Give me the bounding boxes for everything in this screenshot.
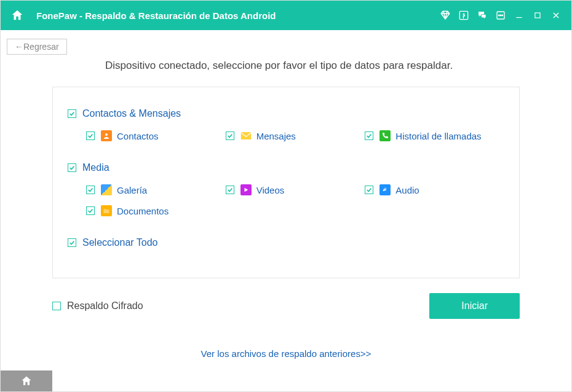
svg-point-9 — [105, 133, 108, 136]
item-label: Galería — [117, 185, 147, 195]
group-contacts-messages[interactable]: Contactos & Mensajes — [68, 108, 504, 119]
item-call-history[interactable]: Historial de llamadas — [365, 130, 504, 141]
item-gallery[interactable]: Galería — [86, 184, 226, 195]
svg-rect-10 — [240, 132, 251, 139]
close-icon[interactable] — [549, 9, 563, 22]
item-contacts[interactable]: Contactos — [86, 130, 226, 141]
svg-rect-6 — [535, 13, 540, 18]
group-media[interactable]: Media — [68, 162, 504, 173]
contacts-icon — [101, 130, 112, 141]
checkbox-icon[interactable] — [365, 186, 373, 194]
feedback-icon[interactable] — [475, 9, 489, 22]
diamond-icon[interactable] — [439, 9, 452, 22]
maximize-icon[interactable] — [531, 9, 544, 22]
item-label: Videos — [256, 185, 285, 195]
item-messages[interactable]: Mensajes — [226, 130, 365, 141]
app-title: FonePaw - Respaldo & Restauración de Dat… — [36, 10, 276, 21]
messages-icon — [240, 130, 252, 141]
group-label: Contactos & Mensajes — [82, 108, 181, 119]
phone-icon — [379, 130, 391, 141]
item-documents[interactable]: Documentos — [86, 205, 228, 216]
checkbox-icon[interactable] — [68, 109, 76, 118]
svg-point-2 — [499, 15, 500, 16]
facebook-icon[interactable] — [457, 9, 471, 22]
home-icon[interactable] — [9, 7, 25, 23]
gallery-icon — [101, 184, 112, 195]
svg-marker-11 — [244, 188, 248, 192]
audio-icon — [379, 184, 391, 195]
home-icon — [20, 375, 33, 387]
checkbox-icon[interactable] — [86, 186, 95, 194]
select-all[interactable]: Seleccionar Todo — [68, 237, 504, 248]
svg-point-3 — [500, 15, 501, 16]
back-button[interactable]: ←Regresar — [7, 39, 67, 55]
titlebar: FonePaw - Respaldo & Restauración de Dat… — [1, 1, 571, 30]
checkbox-icon[interactable] — [68, 163, 76, 172]
checkbox-icon[interactable] — [52, 302, 61, 310]
group-label: Seleccionar Todo — [82, 237, 157, 248]
checkbox-icon[interactable] — [68, 238, 76, 247]
item-audio[interactable]: Audio — [365, 184, 504, 195]
checkbox-icon[interactable] — [86, 131, 95, 140]
arrow-left-icon: ← — [15, 42, 23, 52]
checkbox-icon[interactable] — [226, 131, 234, 140]
start-button[interactable]: Iniciar — [429, 293, 520, 319]
item-label: Mensajes — [256, 131, 296, 141]
item-label: Contactos — [117, 131, 159, 141]
checkbox-icon[interactable] — [86, 206, 95, 215]
item-label: Audio — [395, 185, 419, 195]
instruction-text: Dispositivo conectado, seleccione por fa… — [105, 60, 467, 72]
item-label: Historial de llamadas — [395, 131, 481, 141]
encrypted-backup-checkbox[interactable]: Respaldo Cifrado — [52, 300, 143, 312]
group-label: Media — [82, 162, 109, 173]
minimize-icon[interactable] — [512, 9, 526, 22]
previous-backups-link[interactable]: Ver los archivos de respaldo anteriores>… — [201, 348, 371, 359]
encrypted-label: Respaldo Cifrado — [67, 300, 143, 312]
checkbox-icon[interactable] — [365, 131, 373, 140]
folder-icon — [101, 205, 112, 216]
checkbox-icon[interactable] — [226, 186, 234, 194]
item-label: Documentos — [117, 206, 169, 216]
item-videos[interactable]: Videos — [226, 184, 365, 195]
bottom-home-tab[interactable] — [1, 370, 52, 391]
videos-icon — [240, 184, 252, 195]
svg-point-4 — [502, 15, 503, 16]
data-types-panel: Contactos & Mensajes Contactos Mensajes … — [52, 87, 520, 278]
menu-icon[interactable] — [494, 9, 507, 22]
